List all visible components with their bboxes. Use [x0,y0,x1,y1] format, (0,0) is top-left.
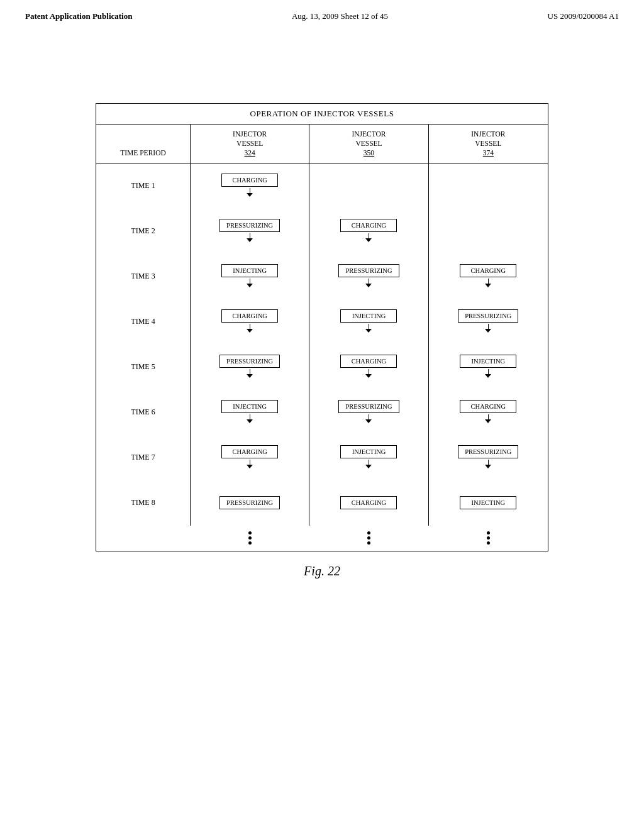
operation-cell: PRESSURIZING [429,435,548,480]
arrow-line [369,460,369,465]
operation-cell: CHARGING [309,209,428,254]
arrow-down-icon [247,233,253,242]
operation-cell: INJECTING [429,345,548,390]
arrow-line [488,369,489,374]
operation-cell: CHARGING [309,480,428,526]
time-cell: TIME 3 [96,254,191,299]
arrow-head [247,238,253,242]
page-header: Patent Application Publication Aug. 13, … [0,0,644,28]
operation-cell: PRESSURIZING [309,254,428,299]
col-header-v350-num: 350 [364,148,374,158]
time-cell: TIME 2 [96,209,191,254]
col-header-v350: INJECTOR VESSEL 350 [309,124,428,163]
operation-box: CHARGING [340,496,397,509]
arrow-head [365,419,372,423]
col-header-v324-num: 324 [245,148,255,158]
operation-cell: CHARGING [429,390,548,435]
operation-box: PRESSURIZING [219,355,280,368]
dot [487,531,490,534]
operation-cell: PRESSURIZING [309,390,428,435]
arrow-down-icon [365,460,372,468]
operation-cell: CHARGING [191,163,309,209]
arrow-head [485,374,491,378]
arrow-line [250,460,250,465]
operation-box: INJECTING [460,355,516,368]
operation-cell: INJECTING [191,254,309,299]
col-header-v374-label1: INJECTOR [471,130,505,139]
dots-v350 [309,529,428,545]
table-row: TIME 4CHARGINGINJECTINGPRESSURIZING [96,299,548,345]
arrow-head [247,465,253,468]
operation-box: CHARGING [340,355,397,368]
arrow-line [250,233,250,238]
dot [248,531,252,534]
table-row: TIME 8PRESSURIZINGCHARGINGINJECTING [96,480,548,526]
dot [248,541,252,545]
arrow-down-icon [247,414,253,423]
arrow-head [365,329,372,333]
arrow-line [369,324,369,329]
header-right: US 2009/0200084 A1 [548,11,619,21]
operation-cell [309,163,428,209]
arrow-line [250,324,250,329]
col-header-v374-num: 374 [483,148,494,158]
table-row: TIME 2PRESSURIZINGCHARGING [96,209,548,254]
col-header-v324: INJECTOR VESSEL 324 [191,124,309,163]
time-cell: TIME 7 [96,435,191,480]
arrow-head [485,419,491,423]
arrow-line [488,324,489,329]
time-cell: TIME 4 [96,299,191,345]
operation-box: CHARGING [460,264,516,277]
dot [367,541,370,545]
operation-box: INJECTING [340,309,397,323]
arrow-line [250,279,250,284]
operation-cell: CHARGING [429,254,548,299]
col-header-v374: INJECTOR VESSEL 374 [429,124,548,163]
arrow-line [250,188,250,193]
table-row: TIME 6INJECTINGPRESSURIZINGCHARGING [96,390,548,435]
arrow-down-icon [247,369,253,378]
arrow-head [485,465,491,468]
arrow-down-icon [365,279,372,287]
arrow-line [369,369,369,374]
operation-box: INJECTING [221,400,278,413]
time-cell: TIME 5 [96,345,191,390]
time-cell: TIME 8 [96,480,191,526]
operation-cell: CHARGING [309,345,428,390]
arrow-head [247,284,253,287]
operation-box: CHARGING [340,219,397,232]
dot [367,536,370,540]
arrow-down-icon [485,369,491,378]
dots-row [96,526,548,551]
table-row: TIME 1CHARGING [96,163,548,209]
operation-cell: INJECTING [191,390,309,435]
dots-v374 [429,529,548,545]
operation-cell: PRESSURIZING [191,345,309,390]
arrow-down-icon [247,324,253,333]
diagram: OPERATION OF INJECTOR VESSELS TIME PERIO… [96,103,548,551]
arrow-line [369,414,369,419]
col-header-v374-label2: VESSEL [475,139,501,148]
operation-cell: CHARGING [191,299,309,345]
operation-cell: PRESSURIZING [191,209,309,254]
time-cell: TIME 1 [96,163,191,209]
operation-cell [429,163,548,209]
operation-cell: INJECTING [429,480,548,526]
operation-box: INJECTING [460,496,516,509]
col-header-time: TIME PERIOD [96,124,191,163]
arrow-line [369,279,369,284]
main-content: OPERATION OF INJECTOR VESSELS TIME PERIO… [0,28,644,578]
arrow-head [485,284,491,287]
operation-box: INJECTING [221,264,278,277]
arrow-line [250,369,250,374]
arrow-head [247,193,253,197]
arrow-head [485,329,491,333]
arrow-head [365,465,372,468]
col-header-v324-label1: INJECTOR [233,130,267,139]
arrow-down-icon [247,460,253,468]
arrow-head [247,419,253,423]
arrow-line [488,414,489,419]
diagram-title: OPERATION OF INJECTOR VESSELS [96,104,548,124]
arrow-down-icon [485,324,491,333]
arrow-line [250,414,250,419]
